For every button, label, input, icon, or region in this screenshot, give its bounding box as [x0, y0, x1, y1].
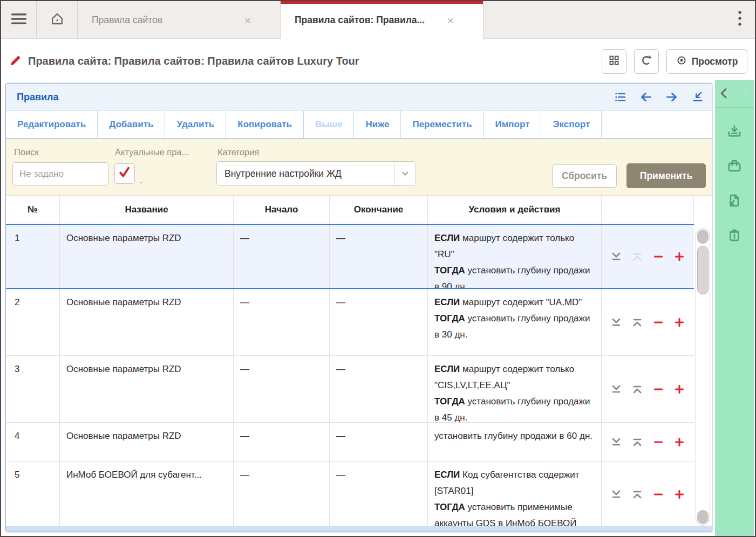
- rule-end: —: [330, 462, 428, 527]
- table-row[interactable]: 5 ИнМоб БОЕВОЙ для субагент... — — ЕСЛИ …: [6, 462, 694, 527]
- scroll-down-button[interactable]: [697, 510, 709, 524]
- remove-icon[interactable]: [652, 316, 664, 328]
- rule-end: —: [330, 289, 428, 355]
- more-menu-button[interactable]: [729, 9, 751, 31]
- arrow-left-icon[interactable]: [639, 91, 652, 104]
- eye-target-icon: [676, 55, 687, 68]
- arrow-right-icon[interactable]: [665, 91, 678, 104]
- add-icon[interactable]: [673, 383, 685, 395]
- edit-pencil-icon: [10, 54, 22, 68]
- add-icon[interactable]: [673, 436, 685, 448]
- rule-name: Основные параметры RZD: [60, 289, 234, 355]
- actual-rules-checkbox[interactable]: [114, 163, 135, 184]
- category-select[interactable]: Внутренние настройки ЖД: [216, 161, 416, 186]
- rule-name: ИнМоб БОЕВОЙ для субагент...: [60, 462, 234, 527]
- tab-site-rules-detail[interactable]: Правила сайтов: Правила... ×: [281, 1, 483, 39]
- add-icon[interactable]: [673, 316, 685, 328]
- horizontal-scrollbar[interactable]: [6, 526, 712, 532]
- table-row[interactable]: 3 Основные параметры RZD — — ЕСЛИ маршру…: [6, 356, 694, 423]
- remove-icon[interactable]: [652, 488, 664, 500]
- remove-icon[interactable]: [652, 383, 664, 395]
- column-header-start[interactable]: Начало: [234, 196, 330, 224]
- move-to-bottom-icon[interactable]: [610, 383, 622, 395]
- scroll-up-button[interactable]: [697, 230, 709, 244]
- panel-title: Правила: [6, 92, 59, 103]
- vertical-scrollbar[interactable]: [696, 228, 710, 526]
- condition-keyword: ТОГДА: [434, 265, 465, 276]
- refresh-button[interactable]: [634, 49, 659, 74]
- row-number: 2: [6, 289, 60, 355]
- row-number: 4: [6, 423, 60, 461]
- move-to-top-icon[interactable]: [631, 251, 643, 263]
- dock-bottom-left-icon[interactable]: [691, 91, 704, 104]
- condition-keyword: ЕСЛИ: [434, 364, 460, 374]
- add-icon[interactable]: [673, 251, 685, 263]
- file-transfer-icon[interactable]: [727, 193, 742, 208]
- export-button[interactable]: Экспорт: [541, 111, 602, 138]
- move-to-bottom-icon[interactable]: [610, 316, 622, 328]
- rule-end: —: [330, 423, 428, 461]
- close-icon[interactable]: ×: [240, 15, 256, 26]
- add-icon[interactable]: [673, 488, 685, 500]
- trash-icon[interactable]: [727, 228, 742, 243]
- delete-button[interactable]: Удалить: [165, 111, 226, 138]
- layout-grid-button[interactable]: [602, 49, 626, 74]
- rule-conditions: установить глубину продажи в 60 дн.: [428, 423, 602, 461]
- scrollbar-thumb[interactable]: [697, 246, 709, 294]
- move-to-bottom-icon[interactable]: [610, 488, 622, 500]
- condition-keyword: ЕСЛИ: [434, 297, 460, 307]
- category-selected-value: Внутренние настройки ЖД: [217, 168, 394, 180]
- row-actions: [602, 225, 694, 288]
- move-to-top-icon[interactable]: [631, 436, 643, 448]
- hamburger-menu-button[interactable]: [1, 1, 37, 39]
- download-icon[interactable]: [727, 124, 742, 139]
- move-to-bottom-icon[interactable]: [610, 436, 622, 448]
- remove-icon[interactable]: [652, 436, 664, 448]
- close-icon[interactable]: ×: [442, 15, 459, 26]
- checkbox-suffix: .: [140, 175, 142, 186]
- column-header-conditions[interactable]: Условия и действия: [428, 196, 602, 224]
- chevron-left-icon[interactable]: [717, 86, 732, 101]
- list-view-icon[interactable]: [614, 91, 626, 104]
- column-header-end[interactable]: Окончание: [330, 196, 428, 224]
- rule-conditions: ЕСЛИ маршрут содержит "UA,MD" ТОГДА уста…: [428, 289, 602, 355]
- condition-keyword: ЕСЛИ: [434, 470, 460, 480]
- home-button[interactable]: [37, 1, 78, 39]
- add-button[interactable]: Добавить: [98, 111, 165, 138]
- rules-panel: Правила Редактировать Добавить Удалить: [5, 83, 712, 532]
- move-down-button[interactable]: Ниже: [354, 111, 401, 138]
- reset-button[interactable]: Сбросить: [552, 164, 617, 188]
- copy-button[interactable]: Копировать: [226, 111, 304, 138]
- rule-name: Основные параметры RZD: [60, 225, 234, 288]
- briefcase-icon[interactable]: [727, 159, 742, 174]
- table-row[interactable]: 2 Основные параметры RZD — — ЕСЛИ маршру…: [6, 289, 694, 356]
- refresh-icon: [641, 54, 652, 68]
- edit-button[interactable]: Редактировать: [6, 111, 98, 138]
- rule-conditions: ЕСЛИ маршрут содержит только "RU" ТОГДА …: [428, 225, 602, 288]
- column-header-actions: [602, 196, 694, 224]
- move-up-button[interactable]: Выше: [304, 111, 354, 138]
- table-row[interactable]: 1 Основные параметры RZD — — ЕСЛИ маршру…: [6, 224, 694, 289]
- import-button[interactable]: Импорт: [484, 111, 542, 138]
- condition-text: маршрут содержит "UA,MD": [460, 297, 582, 307]
- move-to-bottom-icon[interactable]: [610, 251, 622, 263]
- column-header-num[interactable]: №: [6, 196, 60, 224]
- condition-keyword: ТОГДА: [434, 396, 465, 407]
- rule-start: —: [234, 423, 330, 461]
- apply-button[interactable]: Применить: [626, 163, 706, 188]
- side-toolbar: [715, 80, 754, 536]
- move-to-top-icon[interactable]: [631, 316, 643, 328]
- chevron-right-icon[interactable]: [737, 86, 752, 101]
- preview-button[interactable]: Просмотр: [666, 49, 747, 74]
- move-to-top-icon[interactable]: [631, 488, 643, 500]
- tab-site-rules[interactable]: Правила сайтов ×: [78, 1, 281, 39]
- remove-icon[interactable]: [652, 251, 664, 263]
- column-header-name[interactable]: Название: [60, 196, 234, 224]
- move-to-top-icon[interactable]: [631, 383, 643, 395]
- table-row[interactable]: 4 Основные параметры RZD — — установить …: [6, 423, 694, 462]
- table-header: № Название Начало Окончание Условия и де…: [6, 196, 694, 224]
- condition-text: установить глубину продажи в 60 дн.: [434, 431, 592, 441]
- title-bar: Правила сайта: Правила сайтов: Правила с…: [1, 39, 755, 83]
- search-input[interactable]: [12, 162, 108, 185]
- move-button[interactable]: Переместить: [401, 111, 483, 138]
